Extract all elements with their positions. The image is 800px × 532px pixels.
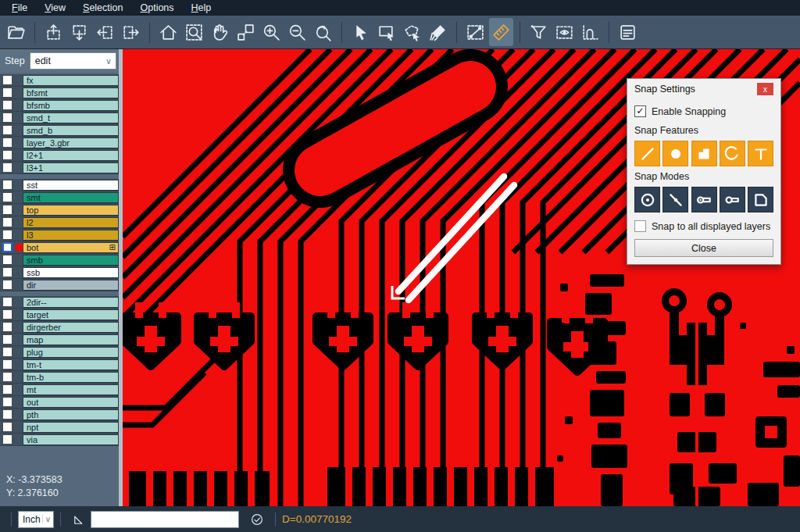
- layer-visibility-checkbox[interactable]: [2, 384, 12, 395]
- layer-row-plug[interactable]: plug: [0, 346, 119, 359]
- layer-visibility-checkbox[interactable]: [2, 75, 12, 85]
- layer-name[interactable]: smt: [23, 192, 119, 203]
- layer-name[interactable]: ssb: [23, 267, 119, 278]
- layer-row-tm-b[interactable]: tm-b: [0, 371, 119, 384]
- filter-button[interactable]: [527, 18, 551, 46]
- layer-row-smb[interactable]: smb: [0, 254, 119, 266]
- layer-visibility-checkbox[interactable]: [2, 125, 12, 135]
- poly-select-button[interactable]: [400, 18, 424, 46]
- layer-name[interactable]: layer_3.gbr: [23, 137, 119, 148]
- layer-row-sst[interactable]: sst: [0, 179, 119, 191]
- zoom-window-button[interactable]: [234, 18, 258, 46]
- layer-name[interactable]: bot⊞: [23, 242, 119, 253]
- snap-corner-button[interactable]: [748, 187, 773, 212]
- layer-name[interactable]: tm-b: [23, 372, 119, 383]
- box-up-button[interactable]: [41, 18, 66, 46]
- layer-visibility-checkbox[interactable]: [2, 422, 12, 432]
- unit-select[interactable]: Inch ∨: [18, 511, 54, 528]
- menu-file[interactable]: File: [3, 0, 36, 16]
- pan-button[interactable]: [208, 18, 232, 46]
- layer-name[interactable]: dirgerber: [23, 322, 119, 333]
- measure-line-button[interactable]: [463, 18, 488, 46]
- close-icon[interactable]: x: [757, 83, 773, 95]
- layer-visibility-checkbox[interactable]: [2, 100, 12, 110]
- layer-name[interactable]: npt: [23, 422, 119, 433]
- snap-pad-outline-button[interactable]: [720, 187, 745, 212]
- layer-name[interactable]: fx: [23, 75, 119, 86]
- layer-row-bfsmt[interactable]: bfsmt: [0, 87, 119, 99]
- rect-select-button[interactable]: [374, 18, 398, 46]
- angle-measure-icon[interactable]: [70, 511, 88, 528]
- layer-name[interactable]: dir: [23, 280, 119, 291]
- layer-row-l2[interactable]: l2: [0, 216, 119, 229]
- snap-line-button[interactable]: [634, 141, 660, 166]
- menu-help[interactable]: Help: [183, 0, 220, 16]
- layer-visibility-checkbox[interactable]: [2, 205, 12, 215]
- snap-center-button[interactable]: [634, 187, 660, 212]
- layer-name[interactable]: pth: [23, 409, 119, 420]
- layer-name[interactable]: out: [23, 397, 119, 408]
- layer-row-map[interactable]: map: [0, 334, 119, 346]
- layer-visibility-checkbox[interactable]: [2, 334, 12, 345]
- layer-row-top[interactable]: top: [0, 204, 119, 216]
- layer-row-tm-t[interactable]: tm-t: [0, 359, 119, 371]
- box-left-button[interactable]: [93, 18, 117, 46]
- layer-row-dirgerber[interactable]: dirgerber: [0, 321, 119, 334]
- layer-name[interactable]: smb: [23, 255, 119, 266]
- layer-visibility-checkbox[interactable]: [2, 267, 12, 277]
- snap-midpoint-button[interactable]: [662, 187, 688, 212]
- apply-check-icon[interactable]: [248, 511, 266, 528]
- layer-name[interactable]: l2: [23, 217, 119, 228]
- layer-name[interactable]: tm-t: [23, 359, 119, 370]
- snap-all-layers-checkbox[interactable]: [634, 220, 646, 232]
- layer-row-npt[interactable]: npt: [0, 421, 119, 434]
- select-button[interactable]: [348, 18, 373, 46]
- layer-visibility-checkbox[interactable]: [2, 322, 12, 332]
- layer-name[interactable]: via: [23, 434, 119, 445]
- snap-all-layers-row[interactable]: Snap to all displayed layers: [634, 220, 773, 232]
- layer-row-smt[interactable]: smt: [0, 191, 119, 204]
- chevron-down-icon[interactable]: ∨: [42, 515, 53, 523]
- layer-visibility-checkbox[interactable]: [2, 230, 12, 240]
- command-input[interactable]: [91, 511, 239, 528]
- layer-row-mt[interactable]: mt: [0, 384, 119, 396]
- layer-row-l3[interactable]: l3: [0, 229, 119, 241]
- layer-name[interactable]: map: [23, 334, 119, 345]
- layer-visibility-checkbox[interactable]: [2, 162, 12, 173]
- layer-name[interactable]: target: [23, 309, 119, 320]
- open-button[interactable]: [4, 18, 28, 46]
- layer-visibility-checkbox[interactable]: [2, 309, 12, 320]
- close-button[interactable]: Close: [634, 239, 773, 257]
- box-right-button[interactable]: [119, 18, 143, 46]
- layer-grid-icon[interactable]: ⊞: [109, 244, 116, 252]
- layer-visibility-checkbox[interactable]: [2, 359, 12, 370]
- layer-visibility-checkbox[interactable]: [2, 150, 12, 160]
- layer-visibility-checkbox[interactable]: [2, 434, 12, 445]
- menu-view[interactable]: View: [36, 0, 74, 16]
- layer-visibility-checkbox[interactable]: [2, 192, 12, 202]
- layer-row-bfsmb[interactable]: bfsmb: [0, 99, 119, 112]
- enable-snapping-checkbox[interactable]: ✓: [634, 105, 646, 117]
- layer-row-l3+1[interactable]: l3+1: [0, 162, 119, 174]
- view-region-button[interactable]: [552, 18, 577, 46]
- box-down-button[interactable]: [67, 18, 91, 46]
- layer-visibility-checkbox[interactable]: [2, 280, 12, 290]
- layer-visibility-checkbox[interactable]: [2, 347, 12, 357]
- home-button[interactable]: [156, 18, 180, 46]
- layer-row-dir[interactable]: dir: [0, 279, 119, 291]
- layer-row-2dir--[interactable]: 2dir--: [0, 296, 119, 309]
- layer-visibility-checkbox[interactable]: [2, 372, 12, 382]
- layer-row-smd_b[interactable]: smd_b: [0, 124, 119, 137]
- step-select[interactable]: edit ∨: [30, 52, 116, 70]
- zoom-in-button[interactable]: [259, 18, 284, 46]
- layer-visibility-checkbox[interactable]: [2, 137, 12, 148]
- layer-visibility-checkbox[interactable]: [2, 397, 12, 407]
- layer-visibility-checkbox[interactable]: [2, 409, 12, 420]
- layer-name[interactable]: plug: [23, 347, 119, 358]
- layer-visibility-checkbox[interactable]: [2, 217, 12, 227]
- layer-row-smd_t[interactable]: smd_t: [0, 112, 119, 124]
- zoom-region-button[interactable]: [182, 18, 206, 46]
- layer-visibility-checkbox[interactable]: [2, 180, 12, 190]
- layer-name[interactable]: smd_b: [23, 125, 119, 136]
- chevron-down-icon[interactable]: ∨: [102, 56, 116, 66]
